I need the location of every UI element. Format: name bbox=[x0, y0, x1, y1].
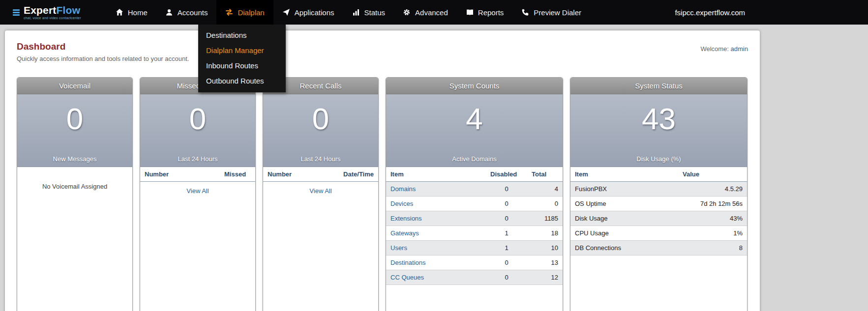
view-all-link[interactable]: View All bbox=[186, 187, 209, 195]
user-icon bbox=[165, 8, 173, 16]
nav-item-preview-dialer[interactable]: Preview Dialer bbox=[512, 0, 590, 25]
table-row: CPU Usage 1% bbox=[570, 226, 747, 241]
status-item: FusionPBX bbox=[570, 182, 678, 197]
stat-number: 0 bbox=[17, 94, 132, 136]
total-count: 4 bbox=[527, 182, 563, 197]
disabled-count: 0 bbox=[486, 197, 527, 211]
recent-calls-card: Recent Calls 0 Last 24 Hours Number Date… bbox=[263, 77, 379, 311]
item-link-domains[interactable]: Domains bbox=[390, 185, 416, 193]
table-row: Disk Usage 43% bbox=[570, 211, 747, 226]
status-value: 43% bbox=[678, 211, 747, 226]
menu-item-dialplan-manager[interactable]: Dialplan Manager bbox=[198, 43, 286, 58]
status-value: 1% bbox=[678, 226, 747, 241]
menu-item-inbound-routes[interactable]: Inbound Routes bbox=[198, 58, 286, 73]
card-body: No Voicemail Assigned bbox=[17, 167, 132, 190]
status-value: 8 bbox=[678, 241, 747, 255]
status-item: CPU Usage bbox=[570, 226, 678, 241]
expertflow-logo[interactable]: ExpertFlow chat, voice and video contact… bbox=[13, 5, 81, 20]
menu-item-outbound-routes[interactable]: Outbound Routes bbox=[198, 73, 286, 88]
item-link-gateways[interactable]: Gateways bbox=[390, 229, 419, 237]
table-row: Destinations 0 13 bbox=[386, 255, 563, 270]
system-status-table: Item Value FusionPBX 4.5.29 OS Uptime 7d… bbox=[570, 167, 747, 255]
disabled-count: 0 bbox=[486, 182, 527, 197]
disabled-count: 1 bbox=[486, 241, 527, 255]
stat-label: Active Domains bbox=[386, 155, 563, 163]
disabled-count: 1 bbox=[486, 226, 527, 241]
missed-calls-card: Missed Calls 0 Last 24 Hours Number Miss… bbox=[140, 77, 256, 311]
system-counts-table: Item Disabled Total Domains 0 4 Devices … bbox=[386, 167, 563, 285]
bar-chart-icon bbox=[352, 8, 360, 16]
logo-suffix: Flow bbox=[57, 4, 81, 16]
table-row: CC Queues 0 12 bbox=[386, 270, 563, 285]
total-count: 13 bbox=[527, 255, 563, 270]
phone-icon bbox=[521, 8, 529, 16]
welcome-user-link[interactable]: admin bbox=[731, 45, 748, 53]
stat-number: 4 bbox=[386, 94, 563, 136]
table-row: Devices 0 0 bbox=[386, 197, 563, 211]
home-icon bbox=[116, 8, 123, 16]
total-count: 1185 bbox=[527, 211, 563, 226]
logo-bars-icon bbox=[13, 9, 20, 16]
domain-label: fsipcc.expertflow.com bbox=[675, 8, 745, 17]
disabled-count: 0 bbox=[486, 270, 527, 285]
dialplan-dropdown-menu: Destinations Dialplan Manager Inbound Ro… bbox=[198, 25, 286, 92]
system-counts-stat: 4 Active Domains bbox=[386, 94, 563, 167]
book-icon bbox=[466, 8, 474, 16]
nav-item-status[interactable]: Status bbox=[343, 0, 394, 25]
table-row: Users 1 10 bbox=[386, 241, 563, 255]
dashboard-panel: Dashboard Quickly access information and… bbox=[5, 30, 760, 311]
no-voicemail-text: No Voicemail Assigned bbox=[17, 167, 132, 190]
item-link-cc-queues[interactable]: CC Queues bbox=[390, 274, 424, 281]
card-title: System Status bbox=[570, 78, 747, 94]
missed-calls-table: Number Missed bbox=[140, 167, 255, 182]
card-body: Number Date/Time View All bbox=[263, 167, 378, 199]
item-link-users[interactable]: Users bbox=[390, 244, 407, 252]
page-header: Dashboard Quickly access information and… bbox=[17, 41, 748, 62]
system-status-stat: 43 Disk Usage (%) bbox=[570, 94, 747, 167]
nav-item-accounts[interactable]: Accounts bbox=[156, 0, 217, 25]
column-header-disabled: Disabled bbox=[486, 167, 527, 182]
view-all-link[interactable]: View All bbox=[309, 187, 331, 195]
view-all-row: View All bbox=[140, 182, 255, 199]
system-status-card: System Status 43 Disk Usage (%) Item Val… bbox=[570, 77, 748, 311]
table-row: DB Connections 8 bbox=[570, 241, 747, 255]
column-header-item: Item bbox=[386, 167, 486, 182]
nav-item-applications[interactable]: Applications bbox=[273, 0, 343, 25]
status-item: Disk Usage bbox=[570, 211, 678, 226]
total-count: 10 bbox=[527, 241, 563, 255]
voicemail-stat: 0 New Messages bbox=[17, 94, 132, 167]
stat-label: New Messages bbox=[17, 155, 132, 163]
page-title: Dashboard bbox=[17, 41, 189, 52]
nav-item-reports[interactable]: Reports bbox=[457, 0, 513, 25]
gear-icon bbox=[403, 8, 411, 16]
table-row: FusionPBX 4.5.29 bbox=[570, 182, 747, 197]
nav-item-label: Preview Dialer bbox=[534, 8, 581, 17]
item-link-extensions[interactable]: Extensions bbox=[390, 215, 422, 222]
card-body: Item Value FusionPBX 4.5.29 OS Uptime 7d… bbox=[570, 167, 747, 255]
stat-label: Disk Usage (%) bbox=[570, 155, 747, 163]
nav-item-advanced[interactable]: Advanced bbox=[394, 0, 457, 25]
status-value: 4.5.29 bbox=[678, 182, 747, 197]
card-title: System Counts bbox=[386, 78, 563, 94]
nav-item-label: Dialplan bbox=[238, 8, 264, 17]
page-title-block: Dashboard Quickly access information and… bbox=[17, 41, 189, 62]
page-subtitle: Quickly access information and tools rel… bbox=[17, 55, 189, 62]
top-navbar: ExpertFlow chat, voice and video contact… bbox=[0, 0, 868, 25]
item-link-devices[interactable]: Devices bbox=[390, 200, 413, 207]
nav-item-home[interactable]: Home bbox=[107, 0, 156, 25]
welcome-text: Welcome: admin bbox=[700, 45, 748, 53]
menu-item-destinations[interactable]: Destinations bbox=[198, 28, 286, 43]
nav-item-label: Advanced bbox=[415, 8, 448, 17]
item-link-destinations[interactable]: Destinations bbox=[390, 259, 426, 266]
nav-item-dialplan[interactable]: Dialplan bbox=[216, 0, 273, 25]
logo-prefix: Expert bbox=[24, 4, 57, 16]
nav-item-label: Home bbox=[128, 8, 148, 17]
column-header-number: Number bbox=[263, 167, 339, 182]
status-item: OS Uptime bbox=[570, 197, 678, 211]
table-row: OS Uptime 7d 2h 12m 56s bbox=[570, 197, 747, 211]
card-body: Item Disabled Total Domains 0 4 Devices … bbox=[386, 167, 563, 285]
table-row: Domains 0 4 bbox=[386, 182, 563, 197]
column-header-missed: Missed bbox=[220, 167, 255, 182]
view-all-row: View All bbox=[263, 182, 378, 199]
stat-label: Last 24 Hours bbox=[263, 155, 378, 163]
